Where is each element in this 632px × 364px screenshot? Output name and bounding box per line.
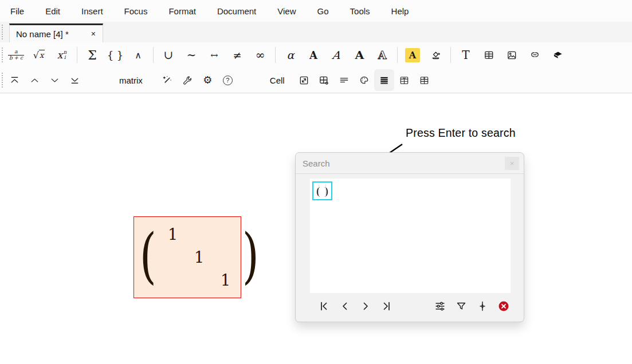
infinity-button[interactable]: ∞ xyxy=(249,44,272,66)
tab-close-icon[interactable]: × xyxy=(90,29,97,39)
not-equal-button[interactable]: ≠ xyxy=(226,44,249,66)
cell-expand-button[interactable] xyxy=(294,69,314,91)
next-match-icon xyxy=(360,300,371,312)
search-results-area[interactable]: ( ) xyxy=(310,179,511,293)
search-hint-text: Press Enter to search xyxy=(406,126,516,140)
not-equal-icon: ≠ xyxy=(233,49,241,61)
scroll-up-icon xyxy=(29,75,40,86)
matrix-cell: 1 xyxy=(194,248,204,266)
settings-button[interactable]: ⚙ xyxy=(198,69,218,91)
matrix-selection[interactable]: ( 1 1 1 ) xyxy=(134,216,241,298)
cursor-guide xyxy=(319,184,319,197)
menu-document[interactable]: Document xyxy=(217,6,256,16)
braces-button[interactable]: { } xyxy=(104,44,127,66)
sqrt-icon: √x xyxy=(33,50,45,61)
greek-alpha-button[interactable]: α xyxy=(279,44,302,66)
blackboard-font-button[interactable]: A xyxy=(371,44,394,66)
menu-edit[interactable]: Edit xyxy=(45,6,60,16)
previous-match-button[interactable] xyxy=(339,300,351,312)
cancel-search-button[interactable] xyxy=(498,300,509,312)
highlight-color-button[interactable]: A xyxy=(401,44,424,66)
filter-settings-icon xyxy=(434,300,446,312)
last-match-button[interactable] xyxy=(380,300,392,312)
filter-funnel-icon xyxy=(456,300,467,312)
structure-label[interactable]: matrix xyxy=(113,76,148,85)
insert-link-button[interactable] xyxy=(523,44,546,66)
fold-button[interactable] xyxy=(546,44,569,66)
blackboard-a-icon: A xyxy=(378,49,387,61)
text-mode-button[interactable]: T xyxy=(454,44,477,66)
leftrightarrow-icon: ↔ xyxy=(210,50,218,61)
toolbar-separator xyxy=(450,47,451,63)
sum-button[interactable]: Σ xyxy=(81,44,104,66)
menu-format[interactable]: Format xyxy=(168,6,196,16)
application-window: File Edit Insert Focus Format Document V… xyxy=(0,0,632,364)
first-match-icon xyxy=(319,300,330,312)
fraction-button[interactable]: a b + c xyxy=(5,44,28,66)
menu-view[interactable]: View xyxy=(277,6,296,16)
scroll-top-button[interactable] xyxy=(5,69,25,91)
matrix-grid: 1 1 1 xyxy=(160,223,239,292)
help-button[interactable]: ? xyxy=(218,69,238,91)
wand-button[interactable] xyxy=(158,69,178,91)
next-match-button[interactable] xyxy=(360,300,371,312)
menu-tools[interactable]: Tools xyxy=(350,6,370,16)
scroll-down-button[interactable] xyxy=(45,69,65,91)
scroll-up-button[interactable] xyxy=(25,69,45,91)
gear-icon: ⚙ xyxy=(203,74,212,86)
script-power-button[interactable]: x ni xyxy=(50,44,73,66)
previous-match-icon xyxy=(339,300,351,312)
similar-icon: ∼ xyxy=(187,48,197,62)
union-button[interactable]: ∪ xyxy=(157,44,180,66)
cell-color-button[interactable] xyxy=(354,69,374,91)
scroll-bottom-button[interactable] xyxy=(65,69,85,91)
matrix-right-paren: ) xyxy=(242,226,258,286)
sum-icon: Σ xyxy=(88,48,97,62)
table-rows-button[interactable] xyxy=(394,69,414,91)
cell-align-button[interactable] xyxy=(334,69,354,91)
scroll-bottom-icon xyxy=(69,75,80,86)
cell-borders-button[interactable] xyxy=(374,69,394,91)
calligraphic-font-button[interactable]: A xyxy=(325,44,348,66)
search-match-box[interactable]: ( ) xyxy=(312,181,332,200)
table-columns-button[interactable] xyxy=(414,69,434,91)
borders-icon xyxy=(379,75,390,86)
fraktur-font-button[interactable]: A xyxy=(348,44,371,66)
menu-file[interactable]: File xyxy=(10,6,24,16)
cell-settings-button[interactable] xyxy=(314,69,334,91)
bold-font-button[interactable]: A xyxy=(302,44,325,66)
align-lines-icon xyxy=(339,75,350,86)
first-match-button[interactable] xyxy=(319,300,330,312)
wand-icon xyxy=(162,75,173,86)
sqrt-button[interactable]: √x xyxy=(28,44,50,66)
matrix-cell: 1 xyxy=(221,271,230,289)
search-dialog-title: Search xyxy=(303,159,330,168)
similar-button[interactable]: ∼ xyxy=(180,44,203,66)
wedge-button[interactable]: ∧ xyxy=(127,44,150,66)
filter-button[interactable] xyxy=(456,300,467,312)
menu-insert[interactable]: Insert xyxy=(81,6,103,16)
toolbar-separator xyxy=(397,47,398,63)
filter-settings-button[interactable] xyxy=(434,300,446,312)
script-a-icon: A xyxy=(332,49,341,61)
center-match-icon xyxy=(477,300,488,312)
wrench-button[interactable] xyxy=(178,69,198,91)
fill-color-button[interactable] xyxy=(424,44,447,66)
menu-focus[interactable]: Focus xyxy=(124,6,148,16)
insert-image-button[interactable] xyxy=(500,44,523,66)
cell-label[interactable]: Cell xyxy=(264,76,291,85)
search-dialog-header[interactable]: Search × xyxy=(296,153,524,174)
scroll-down-icon xyxy=(49,75,60,86)
toolbar-separator xyxy=(275,47,276,63)
dialog-close-button[interactable]: × xyxy=(505,157,519,170)
cancel-icon xyxy=(498,300,509,312)
leftrightarrow-button[interactable]: ↔ xyxy=(203,44,226,66)
fold-icon xyxy=(552,50,563,61)
insert-table-button[interactable] xyxy=(477,44,500,66)
menu-go[interactable]: Go xyxy=(317,6,329,16)
highlight-a-icon: A xyxy=(405,48,420,62)
tab-document[interactable]: No name [4] * × xyxy=(9,23,103,42)
center-match-button[interactable] xyxy=(477,300,488,312)
toolbar-grip[interactable] xyxy=(2,25,5,39)
menu-help[interactable]: Help xyxy=(391,6,409,16)
